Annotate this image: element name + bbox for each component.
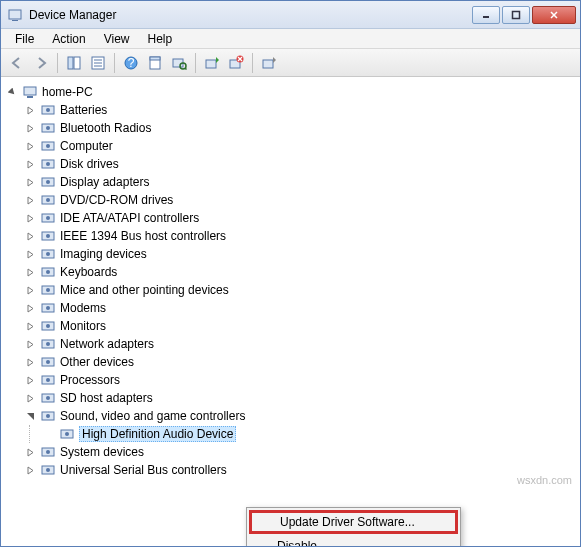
minimize-button[interactable] [472,6,500,24]
expand-icon[interactable] [25,195,36,206]
show-hide-tree-button[interactable] [64,53,84,73]
menu-help[interactable]: Help [140,30,181,48]
category-node[interactable]: Monitors [23,317,576,335]
toolbar: ? [1,49,580,77]
svg-point-50 [46,306,50,310]
svg-rect-24 [263,60,273,68]
device-node[interactable]: High Definition Audio Device [42,425,576,443]
category-label: Sound, video and game controllers [60,409,245,423]
device-manager-window: Device Manager File Action View Help ? [0,0,581,547]
expand-icon[interactable] [25,267,36,278]
expand-icon[interactable] [25,465,36,476]
category-label: DVD/CD-ROM drives [60,193,173,207]
svg-rect-19 [206,60,216,68]
collapse-icon[interactable] [7,87,18,98]
device-icon [59,426,75,442]
category-node[interactable]: Keyboards [23,263,576,281]
svg-point-58 [46,378,50,382]
expand-icon[interactable] [25,375,36,386]
category-label: Display adapters [60,175,149,189]
category-node[interactable]: Network adapters [23,335,576,353]
watermark: wsxdn.com [517,474,572,486]
category-node[interactable]: SD host adapters [23,389,576,407]
device-icon [40,462,56,478]
category-node[interactable]: System devices [23,443,576,461]
expand-icon[interactable] [25,447,36,458]
category-node[interactable]: DVD/CD-ROM drives [23,191,576,209]
expand-icon[interactable] [25,303,36,314]
device-icon [40,246,56,262]
category-node[interactable]: Imaging devices [23,245,576,263]
uninstall-button[interactable] [226,53,246,73]
device-icon [40,372,56,388]
collapse-icon[interactable] [25,411,36,422]
svg-rect-26 [27,96,33,98]
category-label: IEEE 1394 Bus host controllers [60,229,226,243]
svg-text:?: ? [128,56,135,70]
expand-icon[interactable] [25,213,36,224]
expand-icon[interactable] [25,159,36,170]
device-icon [40,336,56,352]
svg-point-66 [46,450,50,454]
category-node[interactable]: Computer [23,137,576,155]
category-node[interactable]: IDE ATA/ATAPI controllers [23,209,576,227]
category-node[interactable]: Batteries [23,101,576,119]
menubar: File Action View Help [1,29,580,49]
back-button[interactable] [7,53,27,73]
context-menu-update-driver[interactable]: Update Driver Software... [249,510,458,534]
category-label: Processors [60,373,120,387]
category-node[interactable]: Display adapters [23,173,576,191]
expand-icon[interactable] [25,339,36,350]
expand-icon[interactable] [25,177,36,188]
menu-file[interactable]: File [7,30,42,48]
category-node[interactable]: Mice and other pointing devices [23,281,576,299]
expand-icon[interactable] [25,285,36,296]
device-icon [40,156,56,172]
svg-rect-15 [150,57,160,60]
maximize-button[interactable] [502,6,530,24]
device-icon [40,210,56,226]
svg-point-36 [46,180,50,184]
category-node[interactable]: Universal Serial Bus controllers [23,461,576,479]
device-icon [40,102,56,118]
expand-icon[interactable] [25,393,36,404]
scan-hardware-button[interactable] [169,53,189,73]
context-menu-disable[interactable]: Disable [249,534,458,546]
svg-point-42 [46,234,50,238]
svg-rect-25 [24,87,36,95]
expand-icon[interactable] [25,141,36,152]
forward-button[interactable] [31,53,51,73]
device-icon [40,192,56,208]
properties-button[interactable] [88,53,108,73]
update-driver-button[interactable] [202,53,222,73]
expand-icon[interactable] [25,249,36,260]
expand-icon[interactable] [25,357,36,368]
category-node[interactable]: Modems [23,299,576,317]
properties-sheet-button[interactable] [145,53,165,73]
expand-icon[interactable] [25,231,36,242]
device-icon [40,300,56,316]
expand-icon[interactable] [25,321,36,332]
category-node[interactable]: IEEE 1394 Bus host controllers [23,227,576,245]
svg-point-60 [46,396,50,400]
expand-icon[interactable] [25,105,36,116]
category-node[interactable]: Disk drives [23,155,576,173]
menu-view[interactable]: View [96,30,138,48]
help-button[interactable]: ? [121,53,141,73]
category-node[interactable]: Processors [23,371,576,389]
svg-point-38 [46,198,50,202]
category-node[interactable]: Sound, video and game controllers [23,407,576,425]
menu-action[interactable]: Action [44,30,93,48]
close-button[interactable] [532,6,576,24]
disable-button[interactable] [259,53,279,73]
computer-icon [22,84,38,100]
root-node[interactable]: home-PC [5,83,576,101]
category-node[interactable]: Bluetooth Radios [23,119,576,137]
device-icon [40,282,56,298]
category-label: Network adapters [60,337,154,351]
category-node[interactable]: Other devices [23,353,576,371]
tree-view[interactable]: home-PC BatteriesBluetooth RadiosCompute… [1,77,580,546]
category-label: Computer [60,139,113,153]
category-label: Monitors [60,319,106,333]
expand-icon[interactable] [25,123,36,134]
